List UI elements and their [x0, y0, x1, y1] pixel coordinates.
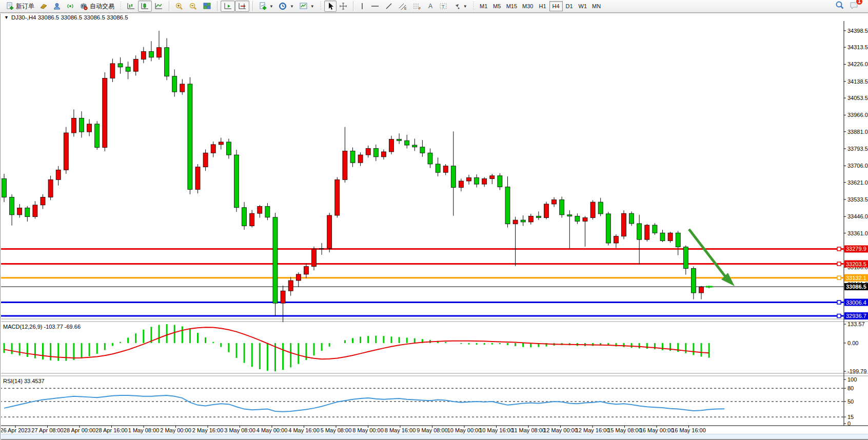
timeframe-mn-button[interactable]: MN — [589, 1, 603, 11]
bar-chart-icon — [127, 2, 135, 10]
templates-button[interactable]: ▼ — [297, 1, 317, 12]
hline-handle[interactable] — [837, 314, 841, 318]
svg-text:8 May 00:00: 8 May 00:00 — [352, 427, 384, 433]
autotrading-button[interactable]: 自动交易 — [77, 1, 117, 12]
timeframe-h4-button[interactable]: H4 — [549, 1, 563, 11]
fibonacci-button[interactable]: F — [410, 1, 424, 12]
svg-text:50: 50 — [847, 398, 854, 405]
svg-text:15 May 08:00: 15 May 08:00 — [607, 427, 642, 433]
candlestick-chart-button[interactable] — [138, 1, 152, 12]
channel-button[interactable]: E — [396, 1, 410, 12]
svg-text:E: E — [404, 7, 407, 10]
timeframe-m15-button[interactable]: M15 — [504, 1, 520, 11]
text-label-icon: T — [439, 2, 447, 10]
text-button[interactable]: A — [424, 1, 437, 12]
horizontal-line-button[interactable] — [368, 1, 382, 12]
toolbar-group-cursor — [323, 0, 351, 13]
tile-windows-button[interactable] — [200, 1, 214, 12]
vertical-line-icon — [359, 2, 365, 10]
vertical-line-button[interactable] — [357, 1, 368, 12]
text-label-button[interactable]: T — [437, 1, 450, 12]
toolbar-group-setup: ▼ ▼ ▼ — [255, 0, 318, 13]
svg-text:0: 0 — [847, 421, 851, 427]
timeframe-w1-button[interactable]: W1 — [576, 1, 590, 11]
fibonacci-icon: F — [412, 2, 422, 10]
svg-text:33881.0: 33881.0 — [847, 129, 868, 135]
hline-handle[interactable] — [837, 247, 841, 251]
price-label-33086.5: 33086.5 — [844, 283, 868, 290]
svg-text:12 May 16:00: 12 May 16:00 — [576, 427, 610, 433]
trendline-button[interactable] — [382, 1, 396, 12]
indicators-button[interactable]: ▼ — [256, 1, 276, 12]
candlestick-chart-icon — [141, 2, 149, 10]
autotrading-label: 自动交易 — [90, 2, 114, 11]
toolbar-group-zoom — [171, 0, 215, 13]
periods-button[interactable]: ▼ — [276, 1, 297, 12]
window-left-border — [0, 13, 1, 440]
chart-title: DJ30-,H4 33086.5 33086.5 33086.5 33086.5 — [11, 14, 128, 21]
new-order-icon — [6, 2, 14, 10]
price-label-33006.4: 33006.4 — [844, 299, 868, 306]
svg-text:16 May 16:00: 16 May 16:00 — [672, 427, 706, 433]
community-icon — [53, 2, 61, 10]
auto-scroll-button[interactable] — [221, 1, 235, 12]
svg-text:27 Apr 08:00: 27 Apr 08:00 — [31, 427, 63, 433]
toolbar-separator — [217, 1, 218, 11]
cursor-button[interactable] — [324, 1, 337, 12]
text-icon: A — [427, 2, 434, 10]
timeframe-m30-button[interactable]: M30 — [520, 1, 536, 11]
hline-handle[interactable] — [837, 301, 841, 304]
channel-icon: E — [398, 2, 407, 10]
chevron-down-icon: ▼ — [290, 4, 294, 9]
svg-text:15: 15 — [847, 414, 854, 420]
main-toolbar: 新订单 自动交易 — [0, 0, 868, 13]
trading-chart-svg[interactable]: 34398.534313.534226.034138.534053.533966… — [0, 0, 868, 440]
svg-text:34138.5: 34138.5 — [847, 78, 868, 85]
signals-button[interactable] — [64, 1, 77, 12]
chart-area[interactable]: 34398.534313.534226.034138.534053.533966… — [0, 0, 868, 440]
svg-text:133.57: 133.57 — [847, 321, 865, 327]
new-order-button[interactable]: 新订单 — [3, 1, 37, 12]
svg-text:4 May 16:00: 4 May 16:00 — [288, 427, 320, 433]
price-label-32936.7: 32936.7 — [844, 312, 868, 319]
svg-text:F: F — [419, 7, 421, 10]
zoom-in-icon — [175, 2, 184, 11]
community-button[interactable] — [50, 1, 64, 12]
indicators-icon — [259, 2, 267, 10]
timeframe-m5-button[interactable]: M5 — [490, 1, 504, 11]
zoom-out-button[interactable] — [186, 1, 200, 12]
hline-handle[interactable] — [837, 276, 841, 279]
chart-shift-icon — [238, 2, 247, 10]
zoom-in-button[interactable] — [172, 1, 186, 12]
toolbar-group-chart-type — [123, 0, 167, 13]
toolbar-right: 1 — [835, 1, 866, 12]
chart-dropdown-icon[interactable]: ▼ — [4, 15, 9, 20]
svg-text:4 May 00:00: 4 May 00:00 — [257, 427, 288, 433]
line-chart-button[interactable] — [152, 1, 166, 12]
svg-text:11 May 08:00: 11 May 08:00 — [511, 427, 545, 433]
timeframe-h1-button[interactable]: H1 — [536, 1, 549, 11]
search-icon[interactable] — [835, 1, 844, 12]
chart-title-bar[interactable]: ▼ DJ30-,H4 33086.5 33086.5 33086.5 33086… — [0, 13, 868, 21]
tile-windows-icon — [203, 2, 211, 10]
hline-handle[interactable] — [837, 262, 841, 266]
timeframe-d1-button[interactable]: D1 — [563, 1, 576, 11]
svg-text:5 May 08:00: 5 May 08:00 — [321, 427, 352, 433]
timeframe-m1-button[interactable]: M1 — [477, 1, 490, 11]
notifications-button[interactable]: 1 — [850, 1, 859, 12]
shapes-button[interactable]: ▼ — [450, 1, 470, 12]
svg-text:9 May 08:00: 9 May 08:00 — [417, 427, 448, 433]
svg-text:33132.1: 33132.1 — [846, 275, 866, 281]
bar-chart-button[interactable] — [124, 1, 138, 12]
metaeditor-button[interactable] — [37, 1, 50, 12]
line-chart-icon — [154, 2, 163, 10]
svg-text:100: 100 — [847, 376, 857, 383]
svg-text:26 Apr 2023: 26 Apr 2023 — [0, 427, 30, 433]
svg-text:34398.5: 34398.5 — [847, 28, 868, 34]
svg-text:2 May 16:00: 2 May 16:00 — [192, 427, 224, 433]
trendline-icon — [385, 2, 393, 10]
chart-shift-button[interactable] — [235, 1, 249, 12]
crosshair-button[interactable] — [337, 1, 350, 12]
rsi-label: RSI(14) 33.4537 — [3, 378, 45, 384]
last-price-dash — [706, 286, 713, 288]
